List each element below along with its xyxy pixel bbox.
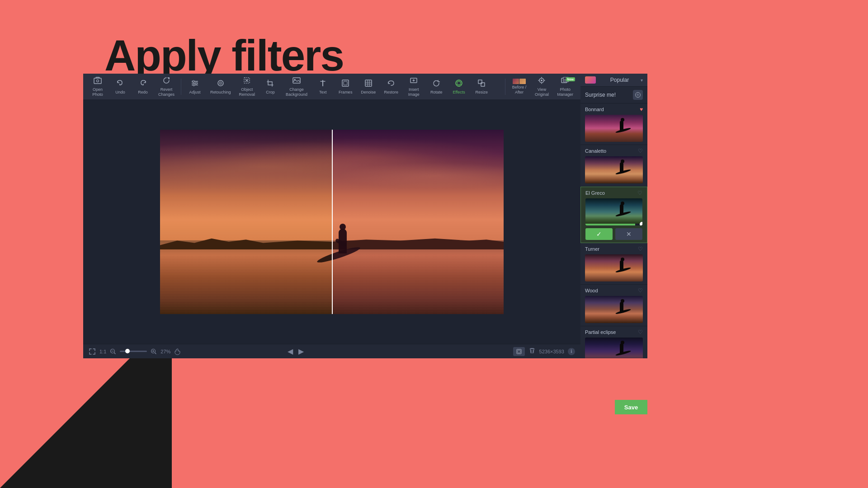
hand-tool[interactable]	[174, 348, 181, 355]
heart-icon-bonnard[interactable]: ♥	[640, 106, 643, 113]
filter-dropdown[interactable]: Popular ▾	[580, 74, 647, 87]
text-icon	[318, 79, 327, 89]
rotate-icon	[432, 79, 441, 89]
heart-icon-partial-eclipse[interactable]: ♡	[638, 329, 643, 335]
svg-line-46	[155, 352, 156, 354]
restore-button[interactable]: Restore	[380, 75, 402, 98]
filter-item-wood[interactable]: Wood ♡	[580, 285, 647, 326]
redo-button[interactable]: Redo	[132, 75, 154, 98]
redo-icon	[138, 79, 147, 89]
change-background-button[interactable]: ChangeBackground	[282, 75, 311, 98]
surprise-me-label: Surprise me!	[585, 92, 616, 98]
change-background-icon	[292, 76, 301, 86]
app-toolbar: OpenPhoto Undo Redo	[83, 74, 580, 100]
filter-item-partial-eclipse[interactable]: Partial eclipse ♡	[580, 326, 647, 358]
crop-label: Crop	[266, 90, 275, 95]
separator-1	[181, 79, 181, 95]
undo-icon	[116, 79, 125, 89]
prev-arrow[interactable]: ◀	[288, 347, 293, 356]
denoise-label: Denoise	[361, 90, 376, 95]
denoise-button[interactable]: Denoise	[357, 75, 379, 98]
surprise-me-row[interactable]: Surprise me!	[580, 87, 647, 103]
status-bar: 1:1 27%	[83, 344, 580, 358]
svg-rect-50	[518, 350, 520, 353]
heart-icon-wood[interactable]: ♡	[638, 287, 643, 294]
filter-item-elgreco[interactable]: El Greco ♡ ✓ ✕	[580, 187, 647, 243]
resize-button[interactable]: Resize	[471, 75, 492, 98]
adjust-icon	[190, 79, 199, 89]
zoom-in-button[interactable]	[151, 348, 157, 355]
filter-thumbnail-bonnard	[585, 115, 643, 142]
frames-button[interactable]: Frames	[335, 75, 356, 98]
save-label: Save	[624, 404, 638, 411]
photo-manager-button[interactable]: New PhotoManager	[553, 75, 577, 98]
object-removal-button[interactable]: ObjectRemoval	[236, 75, 259, 98]
filter-thumbnail-turner	[585, 254, 643, 282]
view-original-button[interactable]: ViewOriginal	[531, 75, 552, 98]
status-right: 5236×3593 ℹ	[513, 347, 575, 356]
open-photo-icon	[93, 76, 102, 86]
denoise-icon	[364, 79, 373, 89]
resize-icon	[477, 79, 486, 89]
effects-button[interactable]: Effects	[448, 75, 470, 98]
undo-button[interactable]: Undo	[109, 75, 131, 98]
frames-icon	[341, 79, 350, 89]
fit-button[interactable]	[89, 348, 96, 355]
text-label: Text	[319, 90, 327, 95]
before-after-icon	[513, 79, 526, 84]
heart-icon-turner[interactable]: ♡	[638, 246, 643, 252]
next-arrow[interactable]: ▶	[298, 347, 304, 356]
revert-label: RevertChanges	[158, 87, 175, 97]
revert-changes-button[interactable]: RevertChanges	[155, 75, 178, 98]
zoom-out-button[interactable]	[110, 348, 116, 355]
zoom-percent: 27%	[160, 349, 170, 354]
svg-point-7	[193, 84, 195, 86]
delete-button[interactable]	[528, 347, 536, 356]
retouching-button[interactable]: Retouching	[207, 75, 235, 98]
filter-actions-elgreco: ✓ ✕	[585, 228, 642, 240]
svg-point-15	[294, 79, 296, 80]
zoom-ratio: 1:1	[99, 349, 106, 354]
svg-point-28	[456, 80, 462, 86]
insert-image-label: InsertImage	[408, 87, 420, 97]
file-icon-button[interactable]	[513, 347, 525, 356]
text-button[interactable]: Text	[312, 75, 334, 98]
save-button[interactable]: Save	[615, 400, 647, 414]
svg-line-43	[114, 352, 116, 354]
filter-item-turner[interactable]: Turner ♡	[580, 243, 647, 285]
crop-button[interactable]: Crop	[259, 75, 281, 98]
filter-item-canaletto[interactable]: Canaletto ♡	[580, 145, 647, 187]
filter-confirm-button[interactable]: ✓	[585, 228, 613, 240]
filter-cancel-button[interactable]: ✕	[615, 228, 642, 240]
svg-point-10	[220, 83, 221, 84]
filter-name-bonnard: Bonnard	[585, 107, 604, 112]
photo-container	[160, 130, 504, 314]
heart-icon-elgreco[interactable]: ♡	[637, 190, 642, 196]
navigation-arrows: ◀ ▶	[288, 347, 304, 356]
surprise-icon[interactable]	[633, 90, 643, 100]
photo-manager-label: PhotoManager	[557, 87, 573, 97]
filter-thumbnail-elgreco	[585, 198, 642, 225]
effects-panel: Popular ▾ Surprise me! Bonnard ♥	[580, 74, 647, 358]
filter-item-bonnard[interactable]: Bonnard ♥	[580, 103, 647, 145]
svg-rect-18	[342, 80, 349, 86]
open-photo-button[interactable]: OpenPhoto	[87, 75, 108, 98]
object-removal-label: ObjectRemoval	[239, 87, 255, 97]
separator-right	[505, 79, 505, 95]
insert-image-button[interactable]: InsertImage	[403, 75, 425, 98]
filter-thumbnail-partial-eclipse	[585, 338, 643, 358]
open-photo-label: OpenPhoto	[92, 87, 103, 97]
zoom-slider[interactable]	[120, 351, 147, 352]
save-button-area[interactable]: Save	[615, 400, 647, 414]
filter-name-canaletto: Canaletto	[585, 148, 606, 154]
restore-icon	[387, 79, 396, 89]
filter-thumbnail-wood	[585, 296, 643, 323]
svg-point-29	[456, 81, 462, 84]
heart-icon-canaletto[interactable]: ♡	[638, 148, 643, 154]
rotate-button[interactable]: Rotate	[425, 75, 447, 98]
info-badge[interactable]: ℹ	[568, 348, 575, 355]
adjust-button[interactable]: Adjust	[184, 75, 206, 98]
zoom-slider-thumb[interactable]	[125, 349, 130, 353]
split-line[interactable]	[332, 130, 333, 314]
before-after-button[interactable]: Before /After	[508, 75, 530, 98]
